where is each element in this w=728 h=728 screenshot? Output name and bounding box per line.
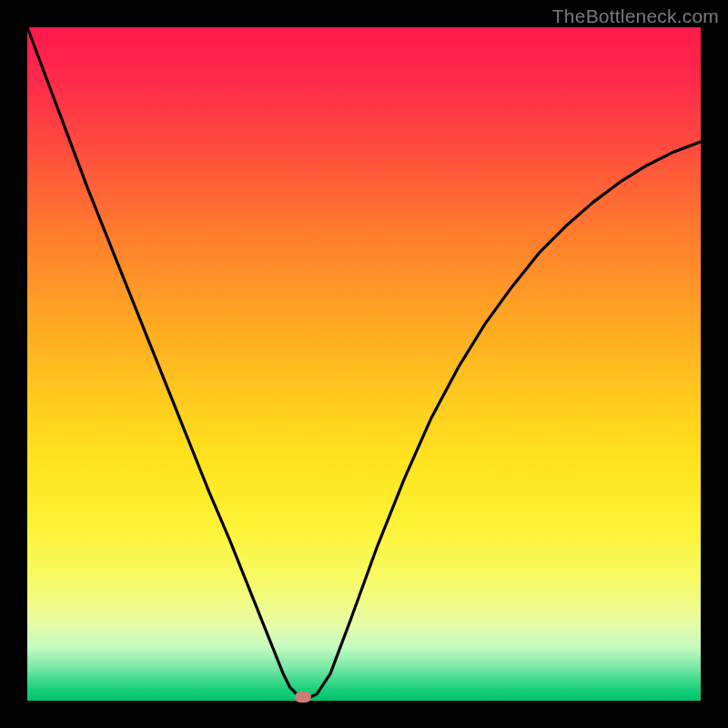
attribution-label: TheBottleneck.com	[552, 5, 719, 27]
bottleneck-curve	[27, 27, 701, 701]
plot-area	[27, 27, 701, 701]
sweet-spot-marker	[295, 692, 311, 703]
chart-stage: TheBottleneck.com	[0, 0, 728, 728]
